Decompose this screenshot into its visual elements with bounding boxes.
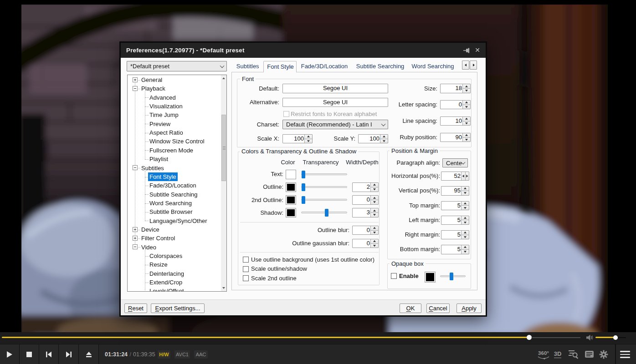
tree-item-filter-control[interactable]: Filter Control <box>141 234 175 243</box>
use-outline-background-checkbox[interactable] <box>243 257 249 263</box>
size-spinner[interactable]: 18 <box>440 84 471 93</box>
spin-down-button[interactable] <box>462 220 469 224</box>
tree-item-resize[interactable]: Resize <box>149 260 168 269</box>
paragraph-align-combobox[interactable]: Center <box>442 158 468 168</box>
scroll-down-button[interactable] <box>221 284 226 291</box>
ok-button[interactable]: OK <box>400 303 421 313</box>
tab-scroll-left-button[interactable] <box>462 61 469 70</box>
decoder-badge[interactable]: H/W <box>158 350 170 359</box>
seek-knob[interactable] <box>527 335 532 340</box>
vertical-pos-spinner[interactable]: 95 <box>441 186 469 196</box>
tree-item-window-size-control[interactable]: Window Size Control <box>149 137 205 146</box>
tab-subtitles[interactable]: Subtitles <box>230 61 266 71</box>
volume-level[interactable] <box>595 337 614 338</box>
playlist-search-button[interactable] <box>568 344 579 364</box>
settings-gear-button[interactable] <box>599 344 609 364</box>
spin-up-button[interactable] <box>463 133 470 137</box>
tree-item-visualization[interactable]: Visualization <box>149 102 183 111</box>
stop-button[interactable] <box>20 344 39 364</box>
message-log-button[interactable] <box>585 344 595 364</box>
dialog-titlebar[interactable]: Preferences(1.7.20977) - *Default preset… <box>121 43 486 58</box>
tab-scroll-right-button[interactable] <box>470 61 477 70</box>
spin-up-button[interactable] <box>462 187 469 191</box>
tab-font-style[interactable]: Font Style <box>263 61 297 72</box>
tree-item-playlist[interactable]: Playlist <box>149 155 168 163</box>
spin-up-button[interactable] <box>463 117 470 121</box>
rotate-360-button[interactable]: 360° <box>536 344 551 364</box>
tree-item-device[interactable]: Device <box>141 225 159 234</box>
tab-fade-3d-location[interactable]: Fade/3D/Location <box>297 61 352 71</box>
top-margin-spinner[interactable]: 5 <box>441 201 469 211</box>
2nd-outline-transparency-slider[interactable] <box>301 199 347 201</box>
opaque-enable-checkbox[interactable] <box>391 273 397 279</box>
left-margin-spinner[interactable]: 5 <box>441 216 469 225</box>
horizontal-pos-spinner[interactable]: 52 <box>441 172 469 181</box>
tree-item-aspect-ratio[interactable]: Aspect Ratio <box>149 128 183 137</box>
video-codec-badge[interactable]: AVC1 <box>174 350 190 359</box>
tree-expand-toggle-expanded[interactable] <box>133 165 138 170</box>
tab-subtitle-searching[interactable]: Subtitle Searching <box>351 61 410 71</box>
scale-2nd-outline-checkbox[interactable] <box>243 275 249 281</box>
apply-button[interactable]: Apply <box>456 303 482 313</box>
tree-item-video[interactable]: Video <box>141 243 156 252</box>
tree-expand-toggle-expanded[interactable] <box>133 86 138 91</box>
spin-up-button[interactable] <box>462 231 469 235</box>
2nd-outline-slider-thumb[interactable] <box>302 196 305 204</box>
spin-down-button[interactable] <box>463 105 470 109</box>
tree-item-colorspaces[interactable]: Colorspaces <box>149 252 182 260</box>
spin-down-button[interactable] <box>462 235 469 239</box>
previous-button[interactable] <box>39 344 59 364</box>
tree-item-general[interactable]: General <box>141 76 162 84</box>
line-spacing-spinner[interactable]: 10 <box>440 116 471 126</box>
shadow-color-swatch[interactable] <box>286 208 297 217</box>
next-button[interactable] <box>59 344 79 364</box>
reset-button[interactable]: Reset <box>124 303 147 313</box>
text-transparency-slider[interactable] <box>301 173 347 175</box>
tree-item-playback[interactable]: Playback <box>141 84 165 93</box>
letter-spacing-spinner[interactable]: 0 <box>440 100 471 110</box>
spin-down-button[interactable] <box>463 121 470 126</box>
tree-expand-toggle-collapsed[interactable] <box>133 77 138 82</box>
tree-item-time-jump[interactable]: Time Jump <box>149 111 179 119</box>
outline-slider-thumb[interactable] <box>302 183 305 191</box>
tab-word-searching[interactable]: Word Searching <box>405 61 460 71</box>
tree-item-deinterlacing[interactable]: Deinterlacing <box>149 269 184 278</box>
outline-color-swatch[interactable] <box>286 182 297 192</box>
3d-mode-button[interactable]: 3D <box>552 344 563 364</box>
spin-down-button[interactable] <box>462 191 469 195</box>
tree-item-font-style[interactable]: Font Style <box>148 172 178 181</box>
menu-button[interactable] <box>620 344 630 364</box>
shadow-slider-thumb[interactable] <box>325 209 328 217</box>
spin-up-button[interactable] <box>463 101 470 105</box>
right-margin-spinner[interactable]: 5 <box>441 230 469 240</box>
volume-knob[interactable] <box>613 335 618 340</box>
tree-item-language-sync-other[interactable]: Language/Sync/Other <box>149 217 207 225</box>
spin-left-button[interactable] <box>462 172 465 181</box>
eject-button[interactable] <box>79 344 99 364</box>
spin-up-button[interactable] <box>462 216 469 220</box>
spin-up-button[interactable] <box>463 84 470 88</box>
tree-item-advanced[interactable]: Advanced <box>149 93 176 102</box>
spin-down-button[interactable] <box>463 88 470 93</box>
outline-transparency-slider[interactable] <box>301 186 347 188</box>
opaque-slider-thumb[interactable] <box>450 273 453 280</box>
shadow-transparency-slider[interactable] <box>301 212 347 213</box>
text-color-swatch[interactable] <box>286 170 297 179</box>
scroll-up-button[interactable] <box>221 75 226 82</box>
tree-expand-toggle-collapsed[interactable] <box>133 236 138 241</box>
audio-codec-badge[interactable]: AAC <box>194 350 208 359</box>
tree-item-fullscreen-mode[interactable]: Fullscreen Mode <box>149 146 193 155</box>
volume-icon[interactable] <box>586 334 594 341</box>
tree-expand-toggle-collapsed[interactable] <box>133 227 138 232</box>
spin-down-button[interactable] <box>462 205 469 210</box>
tree-item-preview[interactable]: Preview <box>149 120 170 128</box>
scale-outline-shadow-checkbox[interactable] <box>243 266 249 272</box>
cancel-button[interactable]: Cancel <box>426 303 450 313</box>
opaque-color-swatch[interactable] <box>425 272 436 283</box>
spin-up-button[interactable] <box>371 226 378 230</box>
tree-item-subtitle-searching[interactable]: Subtitle Searching <box>149 190 198 199</box>
2nd-outline-color-swatch[interactable] <box>286 195 297 205</box>
tree-item-fade-3d-location[interactable]: Fade/3D/Location <box>149 181 196 190</box>
pin-icon[interactable] <box>462 46 471 55</box>
bottom-margin-spinner[interactable]: 5 <box>441 245 469 254</box>
